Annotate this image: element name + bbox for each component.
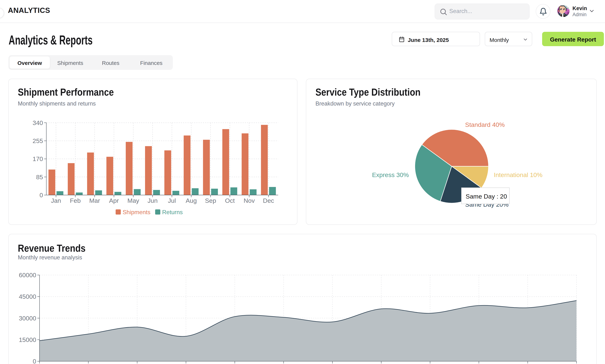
svg-text:Apr: Apr	[109, 197, 119, 204]
svg-text:Dec: Dec	[263, 197, 274, 204]
svg-text:255: 255	[33, 137, 43, 144]
svg-text:Aug: Aug	[186, 197, 197, 204]
svg-text:Feb: Feb	[70, 197, 81, 204]
svg-text:Returns: Returns	[162, 209, 183, 215]
svg-text:85: 85	[36, 174, 43, 181]
svg-text:Nov: Nov	[244, 197, 255, 204]
svg-text:15000: 15000	[19, 336, 36, 343]
svg-text:0: 0	[33, 358, 36, 364]
svg-text:340: 340	[33, 119, 43, 126]
svg-text:Mar: Mar	[89, 197, 100, 204]
svg-text:170: 170	[33, 155, 43, 162]
svg-text:Jul: Jul	[168, 197, 176, 204]
svg-text:May: May	[127, 197, 139, 204]
svg-text:Jun: Jun	[148, 197, 158, 204]
svg-text:30000: 30000	[19, 315, 36, 322]
svg-text:Oct: Oct	[225, 197, 235, 204]
svg-text:International 10%: International 10%	[494, 171, 542, 178]
svg-text:Jan: Jan	[51, 197, 61, 204]
svg-text:Standard 40%: Standard 40%	[465, 121, 505, 128]
svg-text:60000: 60000	[19, 272, 36, 278]
svg-text:Shipments: Shipments	[123, 209, 150, 215]
svg-text:0: 0	[39, 192, 43, 198]
svg-text:45000: 45000	[19, 293, 36, 300]
svg-text:Express 30%: Express 30%	[372, 171, 409, 178]
svg-text:Sep: Sep	[205, 197, 216, 204]
